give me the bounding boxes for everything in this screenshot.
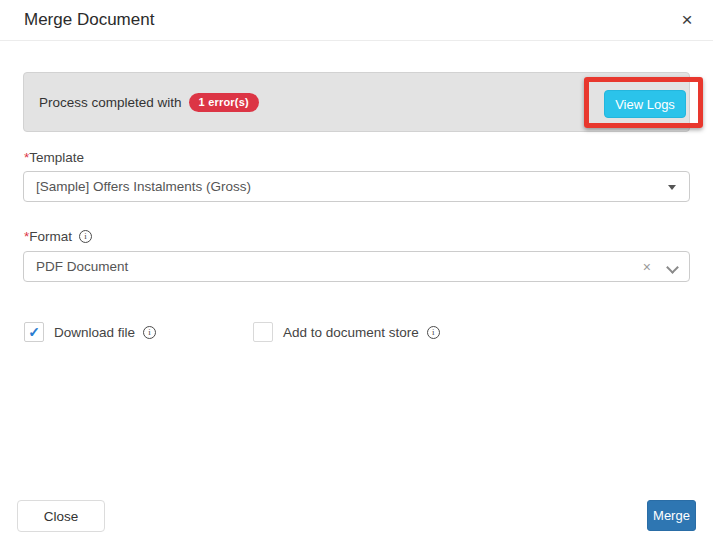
close-icon[interactable]: × [675,8,699,32]
process-alert: Process completed with 1 error(s) [23,72,690,132]
caret-down-icon [668,185,676,190]
format-field-label: *Format i [24,229,92,244]
merge-button[interactable]: Merge [647,500,696,531]
template-select[interactable]: [Sample] Offers Instalments (Gross) [23,171,690,202]
alert-message-text: Process completed with [39,95,182,110]
add-to-document-store-checkbox[interactable] [253,322,273,342]
format-select[interactable]: PDF Document × [23,251,690,282]
chevron-down-icon [667,262,677,272]
close-button[interactable]: Close [17,500,105,532]
alert-message: Process completed with 1 error(s) [39,93,259,112]
dialog-title: Merge Document [24,10,154,30]
format-select-value: PDF Document [36,259,128,274]
checkbox-row: ✓ Download file i Add to document store … [0,322,713,344]
clear-icon[interactable]: × [643,259,651,275]
info-icon[interactable]: i [143,326,156,339]
add-to-document-store-option[interactable]: Add to document store i [253,322,440,342]
view-logs-button[interactable]: View Logs [604,90,686,118]
template-select-value: [Sample] Offers Instalments (Gross) [36,179,251,194]
template-field-label: *Template [24,150,84,165]
download-file-checkbox[interactable]: ✓ [24,322,44,342]
download-file-option[interactable]: ✓ Download file i [24,322,156,342]
format-label-text: Format [29,229,72,244]
dialog-header: Merge Document × [0,0,713,41]
info-icon[interactable]: i [79,230,92,243]
download-file-label: Download file [54,325,135,340]
add-to-document-store-label: Add to document store [283,325,419,340]
info-icon[interactable]: i [427,326,440,339]
template-label-text: Template [29,150,84,165]
error-count-badge: 1 error(s) [189,93,259,112]
